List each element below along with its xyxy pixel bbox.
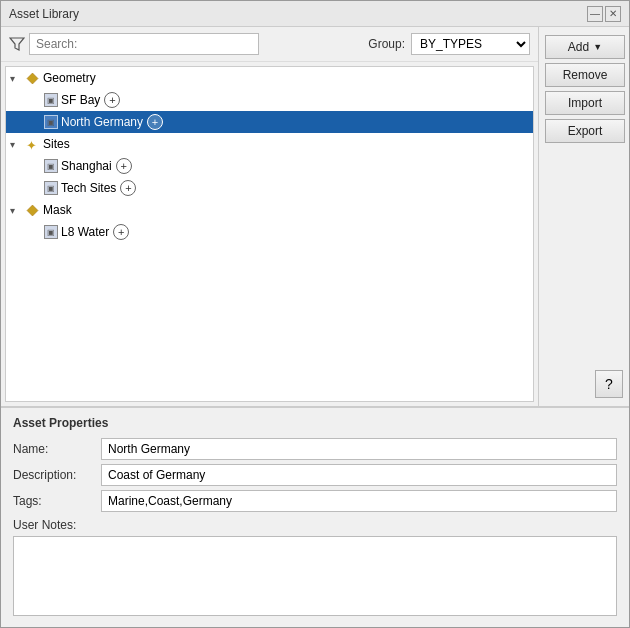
item-icon-north-germany: ▣	[44, 115, 58, 129]
description-label: Description:	[13, 468, 93, 482]
asset-library-window: Asset Library — ✕ Group: BY_TY	[0, 0, 630, 628]
right-panel: Add ▼ Remove Import Export ?	[539, 27, 629, 406]
tree-node-sites[interactable]: ▾ ✦ Sites	[6, 133, 533, 155]
asset-properties-section: Asset Properties Name: Description: Tags…	[1, 406, 629, 627]
tree-node-l8-water[interactable]: ▣ L8 Water +	[6, 221, 533, 243]
item-icon-shanghai: ▣	[44, 159, 58, 173]
item-icon-sf-bay: ▣	[44, 93, 58, 107]
search-input[interactable]	[29, 33, 259, 55]
tree-node-mask[interactable]: ▾ Mask	[6, 199, 533, 221]
help-label: ?	[605, 376, 613, 392]
group-label: Group:	[368, 37, 405, 51]
tree-node-tech-sites[interactable]: ▣ Tech Sites +	[6, 177, 533, 199]
group-select[interactable]: BY_TYPES BY_CATEGORY FLAT	[411, 33, 530, 55]
svg-marker-1	[27, 73, 38, 84]
tree-node-sf-bay[interactable]: ▣ SF Bay +	[6, 89, 533, 111]
folder-icon-geometry	[24, 70, 40, 86]
user-notes-textarea[interactable]	[13, 536, 617, 616]
help-button[interactable]: ?	[595, 370, 623, 398]
svg-marker-0	[10, 38, 24, 50]
folder-icon-sites: ✦	[24, 136, 40, 152]
add-btn-north-germany[interactable]: +	[147, 114, 163, 130]
add-btn-shanghai[interactable]: +	[116, 158, 132, 174]
remove-label: Remove	[563, 68, 608, 82]
tags-label: Tags:	[13, 494, 93, 508]
tree-label-sf-bay: SF Bay	[61, 93, 100, 107]
close-button[interactable]: ✕	[605, 6, 621, 22]
tree-label-mask: Mask	[43, 203, 72, 217]
remove-button[interactable]: Remove	[545, 63, 625, 87]
chevron-geometry: ▾	[10, 73, 24, 84]
left-panel: Group: BY_TYPES BY_CATEGORY FLAT ▾ Geome…	[1, 27, 539, 406]
add-label: Add	[568, 40, 589, 54]
properties-grid: Name: Description: Tags:	[13, 438, 617, 512]
add-button[interactable]: Add ▼	[545, 35, 625, 59]
svg-marker-3	[27, 205, 38, 216]
add-btn-tech-sites[interactable]: +	[120, 180, 136, 196]
description-input[interactable]	[101, 464, 617, 486]
svg-text:✦: ✦	[26, 138, 37, 152]
name-input[interactable]	[101, 438, 617, 460]
folder-icon-mask	[24, 202, 40, 218]
properties-title: Asset Properties	[13, 416, 617, 430]
add-btn-sf-bay[interactable]: +	[104, 92, 120, 108]
tree-area: ▾ Geometry ▣ SF Bay + ▣ N	[5, 66, 534, 402]
tags-input[interactable]	[101, 490, 617, 512]
user-notes-label: User Notes:	[13, 518, 617, 532]
filter-icon	[9, 37, 25, 51]
tree-label-north-germany: North Germany	[61, 115, 143, 129]
item-icon-l8-water: ▣	[44, 225, 58, 239]
tree-label-geometry: Geometry	[43, 71, 96, 85]
tree-node-shanghai[interactable]: ▣ Shanghai +	[6, 155, 533, 177]
search-bar: Group: BY_TYPES BY_CATEGORY FLAT	[1, 27, 538, 62]
export-label: Export	[568, 124, 603, 138]
title-bar: Asset Library — ✕	[1, 1, 629, 27]
title-bar-buttons: — ✕	[587, 6, 621, 22]
window-title: Asset Library	[9, 7, 79, 21]
import-button[interactable]: Import	[545, 91, 625, 115]
chevron-mask: ▾	[10, 205, 24, 216]
export-button[interactable]: Export	[545, 119, 625, 143]
minimize-button[interactable]: —	[587, 6, 603, 22]
tree-label-l8-water: L8 Water	[61, 225, 109, 239]
main-content: Group: BY_TYPES BY_CATEGORY FLAT ▾ Geome…	[1, 27, 629, 406]
tree-node-north-germany[interactable]: ▣ North Germany +	[6, 111, 533, 133]
search-icon-area	[9, 33, 259, 55]
tree-label-tech-sites: Tech Sites	[61, 181, 116, 195]
name-label: Name:	[13, 442, 93, 456]
chevron-sites: ▾	[10, 139, 24, 150]
tree-label-sites: Sites	[43, 137, 70, 151]
tree-label-shanghai: Shanghai	[61, 159, 112, 173]
add-dropdown-icon: ▼	[593, 42, 602, 52]
tree-node-geometry[interactable]: ▾ Geometry	[6, 67, 533, 89]
import-label: Import	[568, 96, 602, 110]
add-btn-l8-water[interactable]: +	[113, 224, 129, 240]
item-icon-tech-sites: ▣	[44, 181, 58, 195]
